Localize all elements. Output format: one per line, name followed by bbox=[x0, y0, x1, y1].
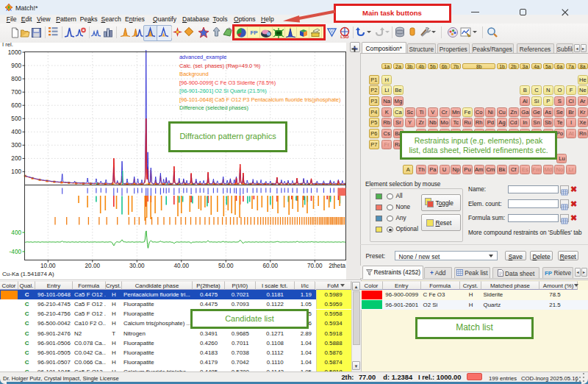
svg-text:400: 400 bbox=[11, 129, 21, 135]
svg-text:2theta: 2theta bbox=[329, 263, 345, 269]
svg-text:100: 100 bbox=[11, 168, 21, 175]
svg-text:30.00: 30.00 bbox=[129, 263, 145, 269]
svg-text:500: 500 bbox=[11, 115, 21, 122]
svg-text:[96-900-0099] C Fe O3 Siderite: [96-900-0099] C Fe O3 Siderite (78.5%) bbox=[179, 79, 276, 86]
svg-text:LSQ: LSQ bbox=[340, 35, 349, 39]
svg-text:Difference (selected phases): Difference (selected phases) bbox=[179, 104, 248, 111]
svg-text:40.00: 40.00 bbox=[174, 263, 190, 269]
svg-text:200: 200 bbox=[11, 155, 21, 162]
svg-text:advanced_example: advanced_example bbox=[179, 54, 226, 60]
svg-text:I rel.: I rel. bbox=[2, 42, 13, 48]
svg-text:[96-101-0648] Ca5 F O12 P3 Pen: [96-101-0648] Ca5 F O12 P3 Pentacalcium … bbox=[179, 96, 341, 103]
svg-text:[96-901-2601] O2 Si Quartz (21: [96-901-2601] O2 Si Quartz (21.5%) bbox=[179, 88, 267, 94]
svg-text:20.00: 20.00 bbox=[85, 263, 101, 269]
svg-text:900: 900 bbox=[11, 63, 21, 69]
svg-text:10.00: 10.00 bbox=[40, 263, 56, 269]
svg-text:50.00: 50.00 bbox=[218, 263, 234, 269]
svg-text:400: 400 bbox=[11, 230, 21, 236]
svg-text:700: 700 bbox=[11, 89, 21, 96]
svg-text:800: 800 bbox=[11, 76, 21, 82]
svg-text:Cu-Ka (1.541874 A): Cu-Ka (1.541874 A) bbox=[2, 271, 54, 277]
svg-text:Calc. (sel. phases) (Rwp=49.0: Calc. (sel. phases) (Rwp=49.0 %) bbox=[179, 63, 261, 69]
svg-text:60.00: 60.00 bbox=[263, 263, 279, 269]
svg-text:-400: -400 bbox=[10, 249, 22, 255]
svg-text:1000: 1000 bbox=[8, 49, 22, 56]
svg-text:Background: Background bbox=[179, 71, 209, 77]
svg-text:600: 600 bbox=[11, 102, 21, 109]
svg-text:300: 300 bbox=[11, 142, 21, 149]
svg-text:70.00: 70.00 bbox=[307, 263, 323, 269]
